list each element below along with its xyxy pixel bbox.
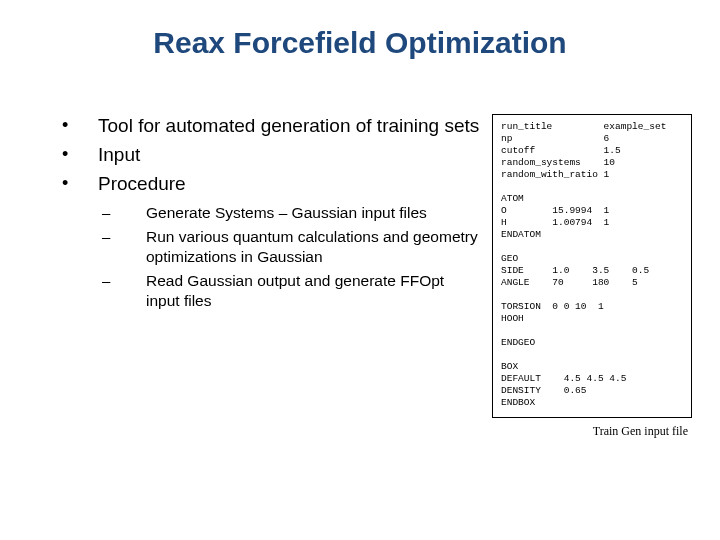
list-item: • Input [62,143,480,166]
bullet-text: Tool for automated generation of trainin… [98,114,479,137]
right-column: run_title example_set np 6 cutoff 1.5 ra… [492,114,692,439]
list-item: – Run various quantum calculations and g… [102,227,480,267]
bullet-dash: – [102,271,146,311]
bullet-dot: • [62,172,98,195]
bullet-dot: • [62,114,98,137]
code-caption: Train Gen input file [492,424,692,439]
list-item: • Tool for automated generation of train… [62,114,480,137]
bullet-dot: • [62,143,98,166]
list-item: – Generate Systems – Gaussian input file… [102,203,480,223]
list-item: – Read Gaussian output and generate FFOp… [102,271,480,311]
sub-bullet-text: Run various quantum calculations and geo… [146,227,480,267]
bullet-dash: – [102,203,146,223]
bullet-list: • Tool for automated generation of train… [28,114,480,195]
content-columns: • Tool for automated generation of train… [28,114,692,439]
left-column: • Tool for automated generation of train… [28,114,484,315]
bullet-text: Input [98,143,140,166]
sub-bullet-text: Generate Systems – Gaussian input files [146,203,427,223]
list-item: • Procedure [62,172,480,195]
slide: Reax Forcefield Optimization • Tool for … [0,0,720,540]
bullet-dash: – [102,227,146,267]
code-sample: run_title example_set np 6 cutoff 1.5 ra… [492,114,692,418]
sub-bullet-list: – Generate Systems – Gaussian input file… [28,203,480,311]
sub-bullet-text: Read Gaussian output and generate FFOpt … [146,271,480,311]
bullet-text: Procedure [98,172,186,195]
page-title: Reax Forcefield Optimization [28,26,692,60]
